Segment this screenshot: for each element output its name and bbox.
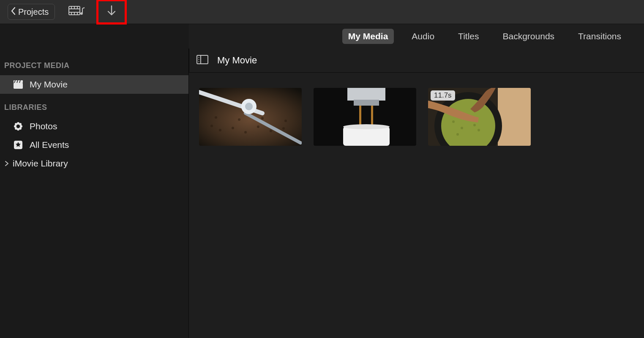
top-toolbar: Projects: [0, 0, 644, 24]
svg-point-63: [456, 133, 459, 136]
projects-back-button[interactable]: Projects: [8, 4, 55, 20]
svg-point-39: [215, 116, 217, 119]
media-tabstrip: My Media Audio Titles Backgrounds Transi…: [0, 24, 644, 49]
svg-point-30: [199, 61, 199, 62]
content-pane: My Movie: [189, 49, 644, 338]
sidebar-item-my-movie[interactable]: My Movie: [0, 75, 188, 94]
svg-point-41: [261, 117, 264, 120]
svg-point-33: [219, 129, 221, 131]
svg-rect-51: [371, 106, 373, 127]
svg-point-37: [270, 130, 272, 132]
sidebar-item-label: All Events: [30, 140, 69, 150]
chevron-left-icon: [11, 7, 18, 17]
clip-grid: 11.7s: [189, 73, 644, 161]
svg-point-20: [15, 123, 17, 125]
sidebar-header-libraries: LIBRARIES: [0, 100, 188, 117]
svg-point-21: [19, 123, 22, 125]
svg-point-9: [80, 12, 83, 15]
svg-rect-48: [347, 88, 385, 101]
clip-thumbnail[interactable]: 11.7s: [428, 88, 531, 146]
projects-label: Projects: [18, 7, 49, 17]
sidebar-cap: [0, 24, 189, 49]
svg-point-23: [19, 127, 22, 130]
thumbnail-image: [199, 88, 302, 146]
star-square-icon: [13, 140, 24, 150]
tab-backgrounds[interactable]: Backgrounds: [497, 29, 560, 44]
svg-point-53: [343, 124, 390, 129]
download-arrow-icon: [106, 5, 117, 19]
svg-rect-49: [354, 100, 379, 106]
sidebar: PROJECT MEDIA My Movie LIBRARIES: [0, 49, 189, 338]
import-media-button[interactable]: [96, 0, 127, 25]
tab-label: My Media: [348, 31, 388, 41]
svg-point-64: [473, 124, 476, 126]
svg-point-60: [461, 127, 463, 129]
svg-point-28: [199, 57, 199, 58]
clapperboard-icon: [13, 80, 24, 89]
svg-point-34: [232, 127, 234, 129]
svg-point-29: [199, 59, 199, 60]
svg-point-35: [244, 131, 247, 134]
tab-label: Transitions: [578, 31, 621, 41]
svg-point-22: [15, 127, 17, 130]
tab-my-media[interactable]: My Media: [342, 29, 394, 44]
panel-layout-icon: [196, 55, 208, 66]
tab-label: Audio: [412, 31, 434, 41]
svg-point-46: [245, 103, 253, 110]
chevron-right-icon: [4, 158, 11, 169]
sidebar-item-label: My Movie: [30, 79, 68, 90]
svg-point-32: [210, 125, 213, 127]
content-header: My Movie: [189, 49, 644, 73]
sidebar-library-label: iMovie Library: [13, 158, 68, 169]
sidebar-header-project-media: PROJECT MEDIA: [0, 58, 188, 75]
svg-rect-56: [498, 88, 531, 146]
media-browser-button[interactable]: [68, 3, 85, 20]
svg-point-38: [282, 127, 285, 130]
clip-thumbnail[interactable]: [314, 88, 416, 146]
filmstrip-note-icon: [68, 5, 85, 19]
svg-point-40: [238, 118, 240, 121]
tab-titles[interactable]: Titles: [452, 29, 485, 44]
thumbnail-image: [314, 88, 416, 146]
sidebar-item-photos[interactable]: Photos: [0, 117, 188, 136]
clip-thumbnail[interactable]: [199, 88, 302, 146]
sidebar-toggle-button[interactable]: [196, 54, 209, 67]
flower-icon: [13, 121, 24, 131]
tab-label: Backgrounds: [502, 31, 554, 41]
svg-point-59: [452, 120, 455, 123]
svg-point-42: [284, 120, 287, 122]
tab-label: Titles: [458, 31, 479, 41]
sidebar-item-all-events[interactable]: All Events: [0, 136, 188, 154]
svg-point-36: [257, 125, 259, 128]
clip-duration-badge: 11.7s: [431, 90, 455, 101]
svg-rect-11: [14, 83, 23, 89]
sidebar-item-label: Photos: [30, 121, 57, 131]
tab-audio[interactable]: Audio: [406, 29, 440, 44]
svg-rect-52: [343, 127, 390, 146]
svg-point-62: [478, 129, 480, 131]
sidebar-library-root[interactable]: iMovie Library: [0, 154, 188, 173]
tab-transitions[interactable]: Transitions: [572, 29, 627, 44]
svg-point-24: [17, 125, 19, 128]
svg-rect-50: [359, 106, 361, 127]
content-title: My Movie: [217, 55, 257, 66]
